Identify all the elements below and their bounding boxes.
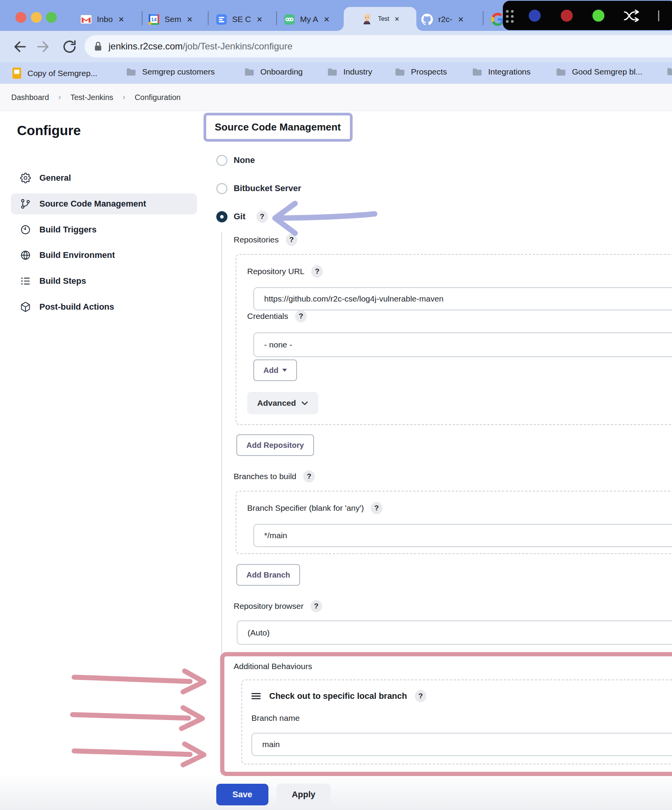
sidebar-item-source-code-management[interactable]: Source Code Management bbox=[11, 193, 197, 214]
radio-bitbucket[interactable] bbox=[216, 183, 227, 194]
help-icon[interactable]: ? bbox=[415, 690, 426, 702]
tab-separator bbox=[483, 11, 484, 25]
repository-group: Repository URL ? Credentials ? - none - … bbox=[236, 254, 672, 425]
tab-my-a[interactable]: My A ✕ bbox=[284, 9, 330, 29]
tab-doc[interactable]: SE C ✕ bbox=[216, 9, 263, 29]
add-credentials-button[interactable]: Add bbox=[253, 359, 297, 381]
repository-url-input[interactable] bbox=[253, 287, 672, 310]
drag-handle-dots-icon[interactable] bbox=[511, 15, 514, 18]
bookmark-folder[interactable]: Integrations bbox=[472, 67, 531, 76]
close-tab-icon[interactable]: ✕ bbox=[187, 16, 193, 23]
purple-annotation-arrow-icon bbox=[270, 200, 382, 237]
sidebar-item-general[interactable]: General bbox=[11, 168, 197, 188]
behaviour-header: Check out to specific local branch ? bbox=[251, 690, 672, 703]
tab-label: Test bbox=[378, 15, 389, 22]
browser-window: Inbo ✕ 14 Sem ✕ SE C ✕ My A ✕ bbox=[0, 0, 672, 810]
save-button[interactable]: Save bbox=[216, 784, 268, 805]
document-icon bbox=[12, 67, 22, 79]
close-tab-icon[interactable]: ✕ bbox=[324, 16, 330, 23]
tab-calendar[interactable]: 14 Sem ✕ bbox=[149, 9, 193, 29]
section-title-highlight-box: Source Code Management bbox=[204, 113, 353, 142]
drag-handle-dots-icon[interactable] bbox=[506, 20, 509, 23]
sidebar-item-post-build-actions[interactable]: Post-build Actions bbox=[11, 297, 197, 317]
tab-label: Sem bbox=[165, 15, 181, 24]
apply-button[interactable]: Apply bbox=[277, 784, 331, 805]
browser-tab-strip: Inbo ✕ 14 Sem ✕ SE C ✕ My A ✕ bbox=[0, 0, 672, 31]
bottom-bar bbox=[0, 774, 672, 810]
help-icon[interactable]: ? bbox=[256, 210, 268, 223]
credentials-select[interactable]: - none - bbox=[253, 332, 672, 357]
section-title: Source Code Management bbox=[215, 121, 341, 133]
forward-icon[interactable] bbox=[36, 38, 53, 55]
bookmark-folder[interactable] bbox=[667, 67, 672, 76]
tab-label: My A bbox=[300, 15, 318, 24]
sidebar-item-build-triggers[interactable]: Build Triggers bbox=[11, 219, 197, 240]
drag-handle-dots-icon[interactable] bbox=[511, 20, 514, 23]
back-icon[interactable] bbox=[10, 38, 27, 55]
help-icon[interactable]: ? bbox=[303, 470, 315, 483]
clock-icon bbox=[20, 224, 31, 235]
green-status-dot[interactable] bbox=[592, 10, 604, 22]
tab-google[interactable] bbox=[491, 9, 504, 29]
bookmark-folder[interactable]: Good Semgrep bl... bbox=[556, 67, 642, 76]
help-icon[interactable]: ? bbox=[295, 310, 307, 322]
bookmark-folder[interactable]: Prospects bbox=[395, 67, 447, 76]
tab-separator bbox=[276, 11, 277, 25]
repository-browser-select[interactable]: (Auto) bbox=[237, 620, 672, 645]
radio-git-checked[interactable] bbox=[216, 211, 227, 222]
close-tab-icon[interactable]: ✕ bbox=[256, 16, 263, 23]
add-branch-button[interactable]: Add Branch bbox=[236, 564, 300, 586]
sidebar-item-label: Build Triggers bbox=[39, 225, 97, 235]
advanced-button[interactable]: Advanced bbox=[247, 392, 318, 414]
branch-name-label: Branch name bbox=[251, 713, 672, 724]
sidebar-item-build-steps[interactable]: Build Steps bbox=[11, 271, 197, 291]
blue-status-dot[interactable] bbox=[529, 10, 541, 22]
reload-icon[interactable] bbox=[61, 38, 78, 55]
zoom-window-button[interactable] bbox=[46, 12, 57, 23]
sidebar-item-label: Build Environment bbox=[39, 250, 115, 260]
drag-handle-dots-icon[interactable] bbox=[506, 15, 509, 18]
drag-handle-dots-icon[interactable] bbox=[506, 10, 509, 13]
red-status-dot[interactable] bbox=[561, 10, 573, 22]
breadcrumb-configuration[interactable]: Configuration bbox=[135, 93, 181, 102]
drag-handle-dots-icon[interactable] bbox=[511, 10, 514, 13]
drag-handle-icon[interactable] bbox=[251, 692, 261, 700]
tab-github[interactable]: r2c- ✕ bbox=[421, 9, 464, 29]
breadcrumb-dashboard[interactable]: Dashboard bbox=[11, 93, 49, 102]
close-tab-icon[interactable]: ✕ bbox=[394, 15, 399, 23]
radio-none[interactable] bbox=[216, 155, 227, 166]
close-tab-icon[interactable]: ✕ bbox=[458, 16, 464, 23]
bookmark-folder[interactable]: Semgrep customers bbox=[126, 67, 215, 76]
bookmark-folder[interactable]: Onboarding bbox=[244, 67, 303, 76]
branch-name-input[interactable] bbox=[251, 733, 672, 756]
bookmark-folder[interactable]: Industry bbox=[327, 67, 372, 76]
repository-url-label: Repository URL bbox=[247, 267, 304, 276]
repository-url-label-row: Repository URL ? bbox=[247, 266, 672, 277]
scm-option-bitbucket[interactable]: Bitbucket Server bbox=[204, 183, 672, 194]
branches-to-build-label-row: Branches to build ? bbox=[204, 471, 672, 482]
shuffle-icon[interactable] bbox=[623, 10, 640, 22]
help-icon[interactable]: ? bbox=[371, 502, 382, 514]
pink-annotation-arrow-icon bbox=[69, 704, 208, 732]
floating-control-widget[interactable] bbox=[503, 1, 672, 30]
minimize-window-button[interactable] bbox=[31, 12, 42, 23]
close-tab-icon[interactable]: ✕ bbox=[118, 16, 124, 23]
sidebar-item-build-environment[interactable]: Build Environment bbox=[11, 245, 197, 266]
help-icon[interactable]: ? bbox=[311, 265, 323, 278]
folder-icon bbox=[472, 68, 482, 76]
gear-icon bbox=[20, 173, 31, 183]
close-window-button[interactable] bbox=[15, 12, 26, 23]
address-bar[interactable]: jenkins.r2cse.com/job/Test-Jenkins/confi… bbox=[85, 35, 672, 58]
tab-jenkins-active[interactable]: Test ✕ bbox=[344, 7, 416, 31]
branches-to-build-label: Branches to build bbox=[234, 472, 296, 481]
tab-gmail[interactable]: Inbo ✕ bbox=[81, 9, 124, 29]
add-repository-button[interactable]: Add Repository bbox=[236, 434, 314, 456]
url-text: jenkins.r2cse.com/job/Test-Jenkins/confi… bbox=[109, 41, 292, 52]
help-icon[interactable]: ? bbox=[311, 600, 322, 612]
folder-icon bbox=[395, 68, 405, 76]
scm-option-none[interactable]: None bbox=[204, 154, 672, 166]
bookmark-item[interactable]: Copy of Semgrep... bbox=[12, 67, 97, 79]
browser-toolbar: jenkins.r2cse.com/job/Test-Jenkins/confi… bbox=[0, 31, 672, 62]
breadcrumb-job[interactable]: Test-Jenkins bbox=[70, 93, 113, 102]
branch-specifier-input[interactable] bbox=[253, 524, 672, 547]
